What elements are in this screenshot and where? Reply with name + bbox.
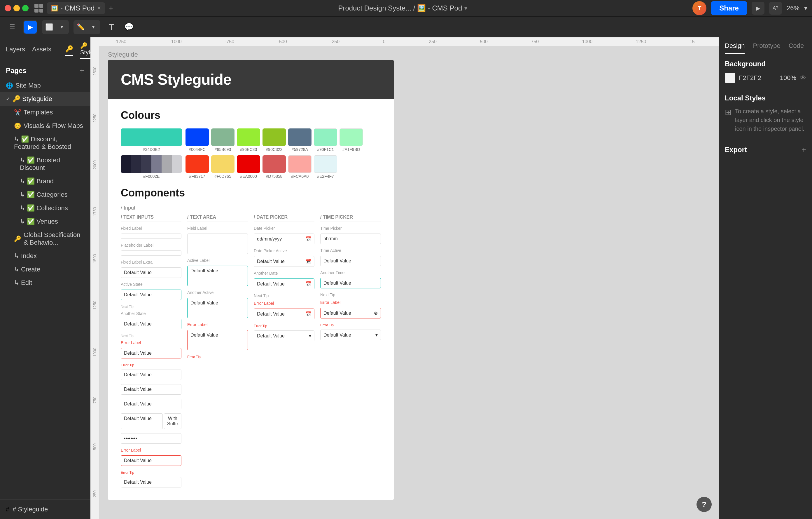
mock-input-plain[interactable]: Default Value xyxy=(121,370,181,380)
pink-swatch xyxy=(288,155,312,173)
right-panel: Design Prototype Code Background F2F2F2 … xyxy=(719,37,812,519)
code-tab[interactable]: Code xyxy=(789,42,804,54)
mock-date-plain[interactable]: Default Value ▾ xyxy=(254,330,314,341)
zoom-level[interactable]: 26% xyxy=(787,4,800,12)
layers-tab[interactable]: Layers xyxy=(6,46,25,55)
visibility-icon[interactable]: 👁 xyxy=(800,74,806,82)
sidebar-item-create[interactable]: ↳ Create xyxy=(0,263,90,276)
sidebar-item-boosted-discount[interactable]: ↳ ✅ Boosted Discount xyxy=(0,154,90,174)
main-layout: Layers Assets 🔑 🔑 Styleguide ▾ Pages + 🌐… xyxy=(0,37,812,519)
mock-textarea-active[interactable]: Default Value xyxy=(187,266,248,286)
shape-chevron-icon[interactable]: ▾ xyxy=(87,21,100,33)
frame-chevron-icon[interactable]: ▾ xyxy=(55,21,68,33)
mock-textarea-error[interactable]: Default Value xyxy=(187,330,248,350)
sidebar-item-styleguide[interactable]: ✓ 🔑 Styleguide xyxy=(0,92,90,106)
calendar-icon-3: 📅 xyxy=(306,281,311,286)
comment-tool[interactable]: 💬 xyxy=(122,21,135,33)
sidebar-item-edit[interactable]: ↳ Edit xyxy=(0,276,90,290)
design-tab[interactable]: Design xyxy=(725,42,745,54)
colours-row2: #F0002E #F83717 #F6D765 xyxy=(121,155,381,179)
green-swatch-group: #90C322 xyxy=(262,129,286,152)
move-tool[interactable]: ▶ xyxy=(24,21,37,33)
mock-time-input[interactable]: hh:mm xyxy=(320,234,381,244)
sidebar-item-categories[interactable]: ↳ ✅ Categories xyxy=(0,188,90,201)
mock-placeholder-input[interactable] xyxy=(121,250,181,256)
minimize-button[interactable] xyxy=(13,5,20,11)
error-circle-icon: ⊗ xyxy=(374,310,378,316)
mock-extra-input[interactable]: Default Value xyxy=(121,267,181,278)
check-icon: ✓ xyxy=(6,96,10,102)
frame-tool[interactable]: ⬜ xyxy=(42,21,55,33)
mock-error-input[interactable]: Default Value xyxy=(121,348,181,358)
bg-color-preview[interactable] xyxy=(725,73,735,83)
accessibility-button[interactable]: A? xyxy=(769,2,782,15)
mock-input-last[interactable]: Default Value xyxy=(121,477,181,488)
zoom-chevron-icon[interactable]: ▾ xyxy=(804,4,807,12)
bg-color-opacity[interactable]: 100% xyxy=(780,74,796,82)
close-button[interactable] xyxy=(5,5,11,11)
sidebar-item-index[interactable]: ↳ Index xyxy=(0,249,90,263)
mock-suffix-input[interactable]: Default Value xyxy=(121,413,163,429)
dark-gradient-swatch xyxy=(121,155,182,173)
tab-label: - CMS Pod xyxy=(60,4,94,12)
sidebar-item-collections[interactable]: ↳ ✅ Collections xyxy=(0,201,90,215)
mock-input-plain2[interactable]: Default Value xyxy=(121,384,181,395)
rose-swatch xyxy=(262,155,286,173)
sidebar-item-visuals[interactable]: 😊 Visuals & Flow Maps xyxy=(0,119,90,133)
ice-swatch xyxy=(314,155,337,173)
shape-tool[interactable]: ✏️ xyxy=(74,21,87,33)
new-tab-button[interactable]: + xyxy=(109,4,113,12)
mock-time-error[interactable]: Default Value ⊗ xyxy=(320,308,381,319)
styleguide-tab[interactable]: 🔑 xyxy=(65,45,73,56)
calendar-icon-4: 📅 xyxy=(306,311,311,317)
menu-button[interactable]: ☰ xyxy=(6,21,19,33)
add-page-button[interactable]: + xyxy=(80,66,84,75)
toolbar-right: T Share ▶ A? 26% ▾ xyxy=(692,1,807,15)
mock-error-input2[interactable]: Default Value xyxy=(121,455,181,466)
styleguide-footer-item[interactable]: # # Styleguide xyxy=(0,502,90,517)
play-button[interactable]: ▶ xyxy=(752,2,764,15)
ruler-v-marks: -2500 -2250 -2000 -1750 -1500 -1250 -100… xyxy=(90,46,99,519)
local-styles-section: Local Styles ⊞ To create a style, select… xyxy=(719,88,812,139)
bg-color-value[interactable]: F2F2F2 xyxy=(739,74,776,82)
maximize-button[interactable] xyxy=(22,5,29,11)
export-add-button[interactable]: + xyxy=(802,145,806,155)
sidebar-item-templates[interactable]: ✂️ Templates xyxy=(0,106,90,119)
mock-time-plain[interactable]: Default Value ▾ xyxy=(320,330,381,340)
sidebar-item-discount[interactable]: ↳ ✅ Discount, Featured & Boosted xyxy=(0,133,90,154)
title-chevron-icon[interactable]: ▾ xyxy=(464,5,467,12)
share-button[interactable]: Share xyxy=(711,1,747,15)
canvas-content[interactable]: Styleguide CMS Styleguide Colours xyxy=(99,46,719,519)
prototype-tab[interactable]: Prototype xyxy=(753,42,780,54)
mock-date-error[interactable]: Default Value 📅 xyxy=(254,308,314,319)
tab-close-icon[interactable]: ✕ xyxy=(97,5,101,11)
calendar-icon-2: 📅 xyxy=(306,258,311,264)
sidebar-item-brand[interactable]: ↳ ✅ Brand xyxy=(0,174,90,188)
export-title: Export xyxy=(725,146,802,154)
bottom-section: # # Styleguide xyxy=(0,499,90,519)
mock-textarea[interactable] xyxy=(187,234,248,254)
sidebar-item-site-map[interactable]: 🌐 Site Map xyxy=(0,79,90,92)
sidebar-item-global-spec[interactable]: 🔑 Global Specification & Behavio... xyxy=(0,228,90,249)
mock-active-input-2[interactable]: Default Value xyxy=(121,319,181,329)
mock-time-active[interactable]: Default Value xyxy=(320,278,381,289)
mock-password-input[interactable]: •••••••• xyxy=(121,433,181,444)
active-tab[interactable]: 🖼️ - CMS Pod ✕ xyxy=(47,2,105,14)
text-tool[interactable]: T xyxy=(105,21,118,33)
mock-textarea-active2[interactable]: Default Value xyxy=(187,298,248,318)
mock-fixed-input[interactable] xyxy=(121,234,181,239)
mock-date-input-2[interactable]: Default Value 📅 xyxy=(254,256,314,267)
local-styles-title: Local Styles xyxy=(725,94,806,102)
mock-input-plain3[interactable]: Default Value xyxy=(121,399,181,409)
row1-right-swatches: #0044FC #85B693 #96EC33 xyxy=(185,129,381,152)
mock-time-input-2[interactable]: Default Value xyxy=(320,256,381,266)
assets-tab[interactable]: Assets xyxy=(32,46,51,55)
help-button[interactable]: ? xyxy=(696,497,712,512)
mock-date-input[interactable]: dd/mm/yyyy 📅 xyxy=(254,234,314,244)
sidebar-item-venues[interactable]: ↳ ✅ Venues xyxy=(0,215,90,228)
background-section: Background F2F2F2 100% 👁 xyxy=(719,54,812,88)
palegreen-swatch-group: #A1F9BD xyxy=(340,129,363,152)
mock-active-input[interactable]: Default Value xyxy=(121,290,181,300)
mock-date-active[interactable]: Default Value 📅 xyxy=(254,278,314,289)
grid-icon[interactable] xyxy=(34,4,43,12)
